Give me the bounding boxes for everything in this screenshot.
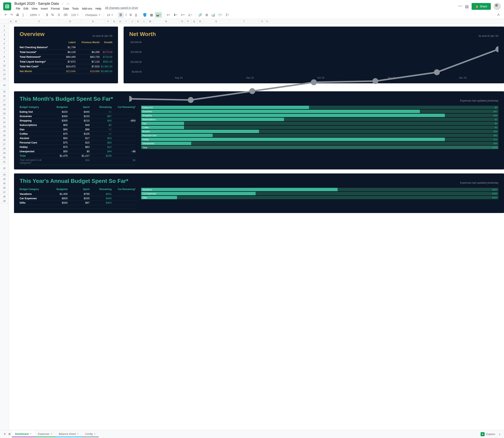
row-header-38[interactable]: 38 bbox=[0, 194, 9, 199]
row-header-15[interactable]: 15 bbox=[0, 89, 9, 94]
col-header-C[interactable]: C bbox=[19, 19, 59, 23]
saved-status[interactable]: All changes saved in Drive bbox=[105, 6, 138, 11]
row-header-10[interactable]: 10 bbox=[0, 63, 9, 68]
col-header-J[interactable]: J bbox=[129, 19, 135, 23]
menu-file[interactable]: File bbox=[14, 6, 22, 11]
col-header-Q[interactable]: Q bbox=[191, 19, 197, 23]
row-header-16[interactable]: 16 bbox=[0, 94, 9, 98]
row-header-17[interactable]: 17 bbox=[0, 98, 9, 102]
row-header-33[interactable]: 33 bbox=[0, 173, 9, 177]
row-header-34[interactable]: 34 bbox=[0, 177, 9, 181]
col-header-E[interactable]: E bbox=[81, 19, 105, 23]
row-header-28[interactable]: 28 bbox=[0, 146, 9, 151]
row-header-24[interactable]: 24 bbox=[0, 129, 9, 133]
undo-icon[interactable]: ↶ bbox=[3, 12, 8, 18]
row-header-8[interactable]: 8 bbox=[0, 55, 9, 59]
fill-color-icon[interactable]: 🪣 bbox=[142, 12, 148, 18]
collapse-toolbar-icon[interactable]: ᐱ bbox=[496, 12, 501, 18]
row-header-29[interactable]: 29 bbox=[0, 151, 9, 155]
wrap-icon[interactable]: ↩▼ bbox=[180, 12, 186, 18]
folder-icon[interactable]: 🗀 bbox=[66, 2, 69, 6]
row-header-5[interactable]: 5 bbox=[0, 41, 9, 46]
row-header-35[interactable]: 35 bbox=[0, 181, 9, 186]
currency-icon[interactable]: $ bbox=[45, 12, 49, 18]
strike-button[interactable]: S bbox=[128, 12, 133, 18]
col-header-R[interactable]: R bbox=[197, 19, 203, 23]
valign-icon[interactable]: ⬍▼ bbox=[172, 12, 179, 18]
col-header-M[interactable]: M bbox=[147, 19, 153, 23]
text-color-icon[interactable]: A bbox=[134, 12, 138, 18]
row-header-19[interactable]: 19 bbox=[0, 107, 9, 111]
menu-help[interactable]: Help bbox=[94, 6, 103, 11]
row-header-26[interactable]: 26 bbox=[0, 138, 9, 142]
doc-title[interactable]: Budget 2020 - Sample Data bbox=[14, 2, 59, 6]
col-header-N[interactable]: N bbox=[153, 19, 179, 23]
col-header-G[interactable]: G bbox=[111, 19, 117, 23]
col-header-U[interactable]: U bbox=[259, 19, 265, 23]
row-header-30[interactable]: 30 bbox=[0, 155, 9, 160]
sheets-logo[interactable] bbox=[3, 2, 11, 11]
menu-add-ons[interactable]: Add-ons bbox=[80, 6, 94, 11]
bold-button[interactable]: B bbox=[118, 12, 124, 18]
row-header-27[interactable]: 27 bbox=[0, 142, 9, 146]
comment-icon[interactable]: ▤ bbox=[465, 4, 469, 9]
rotate-icon[interactable]: ∠▼ bbox=[187, 12, 194, 18]
row-header-11[interactable]: 11 bbox=[0, 68, 9, 72]
print-icon[interactable]: 🖶 bbox=[15, 12, 20, 18]
row-header-18[interactable]: 18 bbox=[0, 102, 9, 107]
row-header-31[interactable]: 31 bbox=[0, 160, 9, 164]
format-select[interactable]: 123▼ bbox=[69, 13, 80, 17]
col-header-S[interactable]: S bbox=[203, 19, 229, 23]
col-header-B[interactable]: B bbox=[13, 19, 19, 23]
percent-icon[interactable]: % bbox=[50, 12, 55, 18]
select-all-corner[interactable] bbox=[0, 19, 9, 23]
borders-icon[interactable]: ▦ bbox=[149, 12, 154, 18]
col-header-H[interactable]: H bbox=[117, 19, 123, 23]
row-header-6[interactable]: 6 bbox=[0, 46, 9, 50]
col-header-D[interactable]: D bbox=[59, 19, 81, 23]
menu-view[interactable]: View bbox=[30, 6, 39, 11]
row-header-12[interactable]: 12 bbox=[0, 72, 9, 77]
row-header-9[interactable]: 9 bbox=[0, 59, 9, 63]
col-header-A[interactable]: A bbox=[9, 19, 13, 23]
user-avatar[interactable] bbox=[493, 3, 501, 10]
share-button[interactable]: 🔒 Share bbox=[472, 3, 491, 10]
row-header-36[interactable]: 36 bbox=[0, 186, 9, 190]
row-header-3[interactable]: 3 bbox=[0, 33, 9, 37]
row-header-1[interactable]: 1 bbox=[0, 24, 9, 28]
row-header-21[interactable]: 21 bbox=[0, 116, 9, 120]
col-header-O[interactable]: O bbox=[179, 19, 185, 23]
menu-data[interactable]: Data bbox=[62, 6, 70, 11]
insert-comment-icon[interactable]: ⊞ bbox=[204, 12, 209, 18]
paint-format-icon[interactable]: ⟆ bbox=[21, 12, 25, 18]
col-header-K[interactable]: K bbox=[135, 19, 141, 23]
redo-icon[interactable]: ↷ bbox=[9, 12, 14, 18]
halign-icon[interactable]: ≡▼ bbox=[165, 12, 171, 18]
col-header-T[interactable]: T bbox=[229, 19, 259, 23]
chart-icon[interactable]: 📊 bbox=[210, 12, 216, 18]
row-header-14[interactable]: 14 bbox=[0, 81, 9, 89]
row-header-4[interactable]: 4 bbox=[0, 37, 9, 41]
star-icon[interactable]: ☆ bbox=[61, 2, 64, 6]
col-header-F[interactable]: F bbox=[105, 19, 111, 23]
col-header-I[interactable]: I bbox=[123, 19, 129, 23]
menu-edit[interactable]: Edit bbox=[22, 6, 30, 11]
italic-button[interactable]: I bbox=[124, 12, 128, 18]
row-header-13[interactable]: 13 bbox=[0, 77, 9, 81]
font-select[interactable]: Overpass▼ bbox=[84, 13, 102, 17]
filter-icon[interactable]: ▽▼ bbox=[217, 12, 224, 18]
merge-icon[interactable]: ⬓▼ bbox=[155, 12, 162, 18]
link-icon[interactable]: 🔗 bbox=[197, 12, 203, 18]
menu-insert[interactable]: Insert bbox=[39, 6, 49, 11]
col-header-L[interactable]: L bbox=[141, 19, 147, 23]
row-header-22[interactable]: 22 bbox=[0, 120, 9, 124]
row-header-23[interactable]: 23 bbox=[0, 124, 9, 129]
row-header-20[interactable]: 20 bbox=[0, 111, 9, 116]
col-header-P[interactable]: P bbox=[185, 19, 191, 23]
dec-decimal-icon[interactable]: .0 bbox=[56, 12, 61, 18]
menu-tools[interactable]: Tools bbox=[71, 6, 80, 11]
col-header-V[interactable]: V bbox=[265, 19, 269, 23]
row-header-39[interactable]: 39 bbox=[0, 199, 9, 203]
activity-icon[interactable]: 〰 bbox=[458, 4, 462, 9]
zoom-select[interactable]: 100%▼ bbox=[28, 13, 42, 17]
